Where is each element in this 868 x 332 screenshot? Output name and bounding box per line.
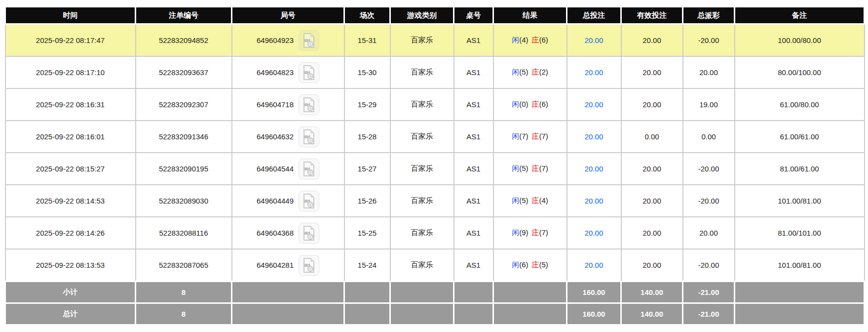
round-id-cell: 649604718 bbox=[232, 88, 344, 121]
banker-label: 庄 bbox=[532, 196, 539, 205]
session-cell: 15-24 bbox=[344, 249, 390, 282]
banker-label: 庄 bbox=[532, 132, 539, 140]
round-id-value: 649604281 bbox=[257, 261, 294, 269]
bet-id-cell: 522832091346 bbox=[136, 121, 232, 153]
bet-id-cell: 522832092307 bbox=[136, 88, 232, 121]
video-replay-icon bbox=[302, 65, 315, 80]
footer-empty-cell bbox=[344, 282, 390, 303]
banker-label: 庄 bbox=[532, 36, 539, 44]
footer-valid-bet-cell: 140.00 bbox=[621, 282, 683, 303]
total-bet-link[interactable]: 20.00 bbox=[585, 36, 604, 44]
table-no-cell: AS1 bbox=[454, 56, 493, 88]
banker-score: (7) bbox=[539, 228, 548, 237]
table-no-cell: AS1 bbox=[454, 153, 493, 185]
banker-score: (4) bbox=[539, 196, 548, 205]
table-no-cell: AS1 bbox=[454, 249, 493, 282]
total-bet-link[interactable]: 20.00 bbox=[585, 261, 604, 269]
total-bet-cell: 20.00 bbox=[567, 153, 621, 185]
time-cell: 2025-09-22 08:15:27 bbox=[5, 153, 136, 185]
player-label: 闲 bbox=[512, 36, 519, 44]
game-type-cell: 百家乐 bbox=[390, 249, 454, 282]
valid-bet-cell: 20.00 bbox=[621, 153, 683, 185]
video-replay-button[interactable] bbox=[299, 126, 319, 147]
total-bet-link[interactable]: 20.00 bbox=[585, 165, 604, 173]
payout-cell: -20.00 bbox=[683, 185, 735, 217]
total-bet-cell: 20.00 bbox=[567, 217, 621, 249]
video-replay-icon bbox=[302, 226, 315, 241]
banker-label: 庄 bbox=[532, 260, 539, 269]
round-id-cell: 649604544 bbox=[232, 153, 344, 185]
player-label: 闲 bbox=[512, 132, 519, 140]
footer-empty-cell bbox=[232, 282, 344, 303]
video-replay-button[interactable] bbox=[299, 30, 319, 51]
col-header-bet-id: 注单编号 bbox=[136, 7, 232, 24]
remark-cell: 101.00/81.00 bbox=[735, 249, 865, 282]
table-row: 2025-09-22 08:17:10522832093637649604823… bbox=[5, 56, 865, 88]
time-cell: 2025-09-22 08:13:53 bbox=[5, 249, 136, 282]
player-label: 闲 bbox=[512, 228, 519, 237]
video-replay-button[interactable] bbox=[299, 94, 319, 115]
session-cell: 15-25 bbox=[344, 217, 390, 249]
player-score: (5) bbox=[519, 196, 528, 205]
video-replay-icon bbox=[302, 258, 315, 273]
col-header-remark: 备注 bbox=[735, 7, 865, 24]
video-replay-icon bbox=[302, 194, 315, 208]
valid-bet-cell: 20.00 bbox=[621, 185, 683, 217]
remark-cell: 81.00/101.00 bbox=[735, 217, 865, 249]
total-bet-cell: 20.00 bbox=[567, 24, 621, 57]
result-cell: 闲(4)庄(6) bbox=[493, 24, 567, 57]
banker-score: (6) bbox=[539, 36, 548, 44]
round-id-cell: 649604281 bbox=[232, 249, 344, 282]
table-no-cell: AS1 bbox=[454, 121, 493, 153]
video-replay-button[interactable] bbox=[299, 159, 319, 179]
video-replay-button[interactable] bbox=[299, 223, 319, 244]
table-row: 2025-09-22 08:17:47522832094852649604923… bbox=[5, 24, 865, 57]
bet-id-cell: 522832094852 bbox=[136, 24, 232, 57]
banker-score: (7) bbox=[539, 132, 548, 140]
round-id-value: 649604823 bbox=[257, 68, 294, 77]
table-row: 2025-09-22 08:14:53522832089030649604449… bbox=[5, 185, 865, 217]
game-type-cell: 百家乐 bbox=[390, 24, 454, 57]
bet-records-page: 时间注单编号局号场次游戏类别桌号结果总投注有效投注总派彩备注 2025-09-2… bbox=[0, 6, 868, 326]
time-cell: 2025-09-22 08:14:53 bbox=[5, 185, 136, 217]
total-bet-cell: 20.00 bbox=[567, 185, 621, 217]
bet-records-table: 时间注单编号局号场次游戏类别桌号结果总投注有效投注总派彩备注 2025-09-2… bbox=[4, 6, 865, 326]
total-bet-link[interactable]: 20.00 bbox=[585, 197, 604, 205]
session-cell: 15-28 bbox=[344, 121, 390, 153]
payout-cell: 0.00 bbox=[683, 121, 735, 153]
banker-label: 庄 bbox=[532, 228, 539, 237]
remark-cell: 100.00/80.00 bbox=[735, 24, 865, 57]
footer-empty-cell bbox=[493, 282, 567, 303]
remark-cell: 101.00/81.00 bbox=[735, 185, 865, 217]
banker-score: (6) bbox=[539, 100, 548, 108]
col-header-game-type: 游戏类别 bbox=[390, 7, 454, 24]
banker-score: (2) bbox=[539, 68, 548, 76]
game-type-cell: 百家乐 bbox=[390, 217, 454, 249]
col-header-result: 结果 bbox=[493, 7, 567, 24]
valid-bet-cell: 20.00 bbox=[621, 217, 683, 249]
video-replay-button[interactable] bbox=[299, 255, 319, 276]
result-cell: 闲(9)庄(7) bbox=[493, 217, 567, 249]
remark-cell: 61.00/61.00 bbox=[735, 121, 865, 153]
total-bet-link[interactable]: 20.00 bbox=[585, 68, 604, 77]
table-no-cell: AS1 bbox=[454, 217, 493, 249]
bet-id-cell: 522832093637 bbox=[136, 56, 232, 88]
total-bet-link[interactable]: 20.00 bbox=[585, 229, 604, 237]
time-cell: 2025-09-22 08:17:10 bbox=[5, 56, 136, 88]
video-replay-button[interactable] bbox=[299, 191, 319, 211]
table-row: 2025-09-22 08:16:01522832091346649604632… bbox=[5, 121, 865, 153]
round-id-value: 649604632 bbox=[257, 132, 294, 141]
total-bet-link[interactable]: 20.00 bbox=[585, 132, 604, 141]
col-header-valid-bet: 有效投注 bbox=[621, 7, 683, 24]
footer-total-bet-cell: 160.00 bbox=[567, 282, 621, 303]
footer-label-cell: 小计 bbox=[5, 282, 136, 303]
game-type-cell: 百家乐 bbox=[390, 153, 454, 185]
header-row: 时间注单编号局号场次游戏类别桌号结果总投注有效投注总派彩备注 bbox=[5, 7, 865, 24]
session-cell: 15-31 bbox=[344, 24, 390, 57]
banker-label: 庄 bbox=[532, 68, 539, 76]
video-replay-button[interactable] bbox=[299, 62, 319, 83]
col-header-time: 时间 bbox=[5, 7, 136, 24]
footer-total-bet-cell: 160.00 bbox=[567, 303, 621, 325]
total-bet-link[interactable]: 20.00 bbox=[585, 100, 604, 109]
table-no-cell: AS1 bbox=[454, 185, 493, 217]
